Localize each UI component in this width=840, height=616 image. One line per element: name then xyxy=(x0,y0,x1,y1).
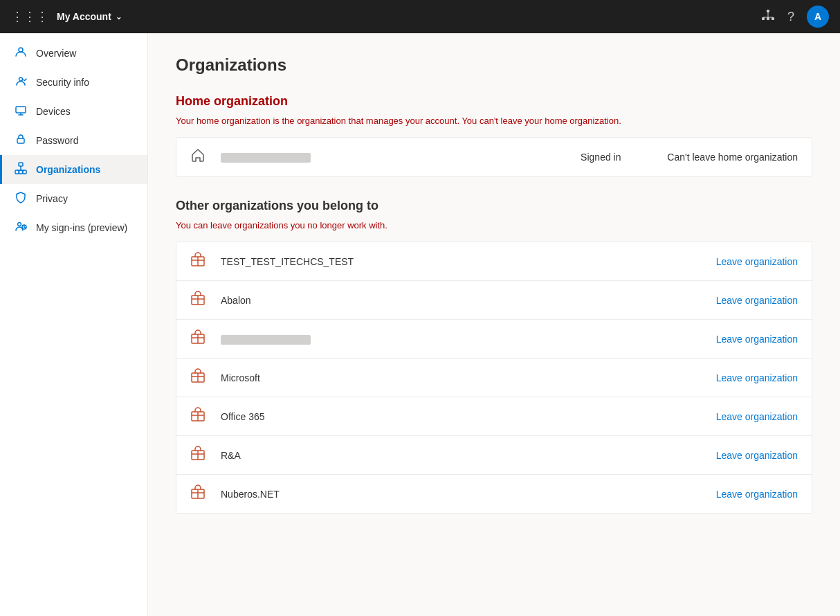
org-building-icon xyxy=(190,329,210,348)
svg-rect-2 xyxy=(767,17,769,20)
home-org-cant-leave: Can't leave home organization xyxy=(667,152,798,163)
top-navigation: ⋮⋮⋮ My Account ⌄ ? A xyxy=(0,0,840,33)
security-info-icon xyxy=(14,75,28,90)
other-orgs-description: You can leave organizations you no longe… xyxy=(176,220,812,230)
sidebar-item-password[interactable]: Password xyxy=(0,126,147,155)
org-building-icon xyxy=(190,407,210,426)
sidebar-label-password: Password xyxy=(36,135,78,146)
devices-icon xyxy=(14,104,28,119)
password-icon xyxy=(14,133,28,148)
table-row: Abalon Leave organization xyxy=(176,281,812,320)
svg-rect-1 xyxy=(762,17,765,20)
page-title: Organizations xyxy=(176,55,812,75)
sidebar-item-security-info[interactable]: Security info xyxy=(0,68,147,97)
home-org-status: Signed in xyxy=(573,152,628,163)
table-row: Leave organization xyxy=(176,320,812,359)
svg-line-21 xyxy=(24,227,26,228)
home-org-description: Your home organization is the organizati… xyxy=(176,116,812,126)
home-org-section: Home organization Your home organization… xyxy=(176,94,812,176)
sidebar-label-organizations: Organizations xyxy=(36,164,100,175)
sign-ins-icon xyxy=(14,220,28,235)
org-name: Microsoft xyxy=(221,372,690,383)
leave-org-button[interactable]: Leave organization xyxy=(701,450,798,461)
topnav-actions: ? A xyxy=(761,6,829,28)
home-org-row: Signed in Can't leave home organization xyxy=(176,138,812,176)
leave-org-button[interactable]: Leave organization xyxy=(701,295,798,306)
svg-point-6 xyxy=(19,48,23,52)
org-building-icon xyxy=(190,484,210,503)
org-building-icon xyxy=(190,368,210,387)
org-name: Nuberos.NET xyxy=(221,489,690,500)
table-row: R&A Leave organization xyxy=(176,436,812,475)
help-icon[interactable]: ? xyxy=(787,10,794,24)
org-building-icon xyxy=(190,291,210,309)
svg-point-7 xyxy=(19,78,23,81)
sidebar-item-my-sign-ins[interactable]: My sign-ins (preview) xyxy=(0,213,147,242)
org-name: Abalon xyxy=(221,295,690,306)
title-chevron: ⌄ xyxy=(116,12,122,21)
overview-icon xyxy=(14,46,28,61)
org-name-redacted xyxy=(221,333,690,344)
org-icon[interactable] xyxy=(761,8,775,26)
home-org-title: Home organization xyxy=(176,94,812,109)
leave-org-button[interactable]: Leave organization xyxy=(701,334,798,345)
org-name: Office 365 xyxy=(221,411,690,422)
sidebar-label-privacy: Privacy xyxy=(36,193,68,204)
organizations-icon xyxy=(14,162,28,177)
svg-rect-11 xyxy=(17,138,24,143)
other-orgs-title: Other organizations you belong to xyxy=(176,199,812,213)
org-building-icon xyxy=(190,252,210,271)
sidebar-item-devices[interactable]: Devices xyxy=(0,97,147,126)
home-icon xyxy=(190,147,210,166)
privacy-icon xyxy=(14,191,28,206)
home-org-table: Signed in Can't leave home organization xyxy=(176,137,812,176)
leave-org-button[interactable]: Leave organization xyxy=(701,489,798,500)
svg-rect-8 xyxy=(16,107,26,113)
svg-rect-0 xyxy=(767,10,769,12)
user-avatar[interactable]: A xyxy=(807,6,829,28)
sidebar-item-overview[interactable]: Overview xyxy=(0,39,147,68)
org-name: TEST_TEST_ITECHCS_TEST xyxy=(221,256,690,267)
table-row: Office 365 Leave organization xyxy=(176,397,812,436)
leave-org-button[interactable]: Leave organization xyxy=(701,372,798,383)
app-title[interactable]: My Account ⌄ xyxy=(57,11,753,22)
main-content: Organizations Home organization Your hom… xyxy=(148,33,840,616)
sidebar-label-overview: Overview xyxy=(36,48,76,59)
svg-rect-12 xyxy=(19,163,23,166)
svg-point-18 xyxy=(18,223,21,226)
app-title-text: My Account xyxy=(57,11,111,22)
table-row: TEST_TEST_ITECHCS_TEST Leave organizatio… xyxy=(176,242,812,281)
home-org-name-redacted xyxy=(221,153,311,163)
org-name: R&A xyxy=(221,450,690,461)
org-building-icon xyxy=(190,446,210,464)
leave-org-button[interactable]: Leave organization xyxy=(701,411,798,422)
sidebar-label-security-info: Security info xyxy=(36,77,89,88)
sidebar-label-sign-ins: My sign-ins (preview) xyxy=(36,222,127,233)
sidebar-label-devices: Devices xyxy=(36,106,71,117)
sidebar-item-organizations[interactable]: Organizations xyxy=(0,155,147,184)
other-orgs-section: Other organizations you belong to You ca… xyxy=(176,199,812,514)
home-org-name xyxy=(221,151,562,162)
sidebar: Overview Security info Devices Password … xyxy=(0,33,148,616)
grid-icon[interactable]: ⋮⋮⋮ xyxy=(11,9,48,24)
sidebar-item-privacy[interactable]: Privacy xyxy=(0,184,147,213)
table-row: Microsoft Leave organization xyxy=(176,359,812,397)
table-row: Nuberos.NET Leave organization xyxy=(176,475,812,513)
page-layout: Overview Security info Devices Password … xyxy=(0,33,840,616)
leave-org-button[interactable]: Leave organization xyxy=(701,256,798,267)
svg-rect-3 xyxy=(771,17,774,20)
other-orgs-table: TEST_TEST_ITECHCS_TEST Leave organizatio… xyxy=(176,242,812,514)
